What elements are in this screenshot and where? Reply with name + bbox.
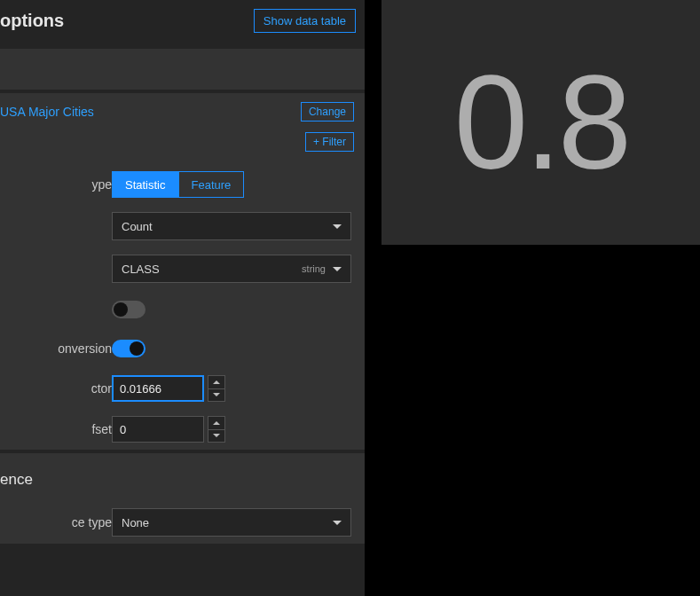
factor-spinner — [112, 375, 225, 402]
value-type-label: ype — [0, 177, 112, 192]
conversion-row: onversion — [0, 329, 365, 368]
chevron-down-icon — [333, 521, 342, 525]
value-type-segmented: Statistic Feature — [112, 171, 244, 198]
chevron-up-icon — [213, 380, 220, 384]
indicator-card: 0.8 — [381, 0, 700, 245]
chevron-down-icon — [333, 267, 342, 271]
conversion-label: onversion — [0, 341, 112, 356]
source-block — [0, 49, 365, 90]
reference-heading-row: ence — [0, 453, 365, 501]
statistic-select-value: Count — [122, 220, 153, 233]
chevron-down-icon — [213, 393, 220, 396]
offset-input[interactable] — [112, 416, 204, 443]
factor-step-down[interactable] — [208, 389, 225, 403]
statistic-row: Count — [0, 205, 365, 247]
offset-row: fset — [0, 409, 365, 450]
field-select-type: string — [302, 263, 333, 274]
panel-header: options Show data table — [0, 0, 365, 49]
layer-block: USA Major Cities Change + Filter ype Sta… — [0, 93, 365, 450]
statistic-select[interactable]: Count — [112, 212, 351, 240]
split-by-toggle[interactable] — [112, 301, 146, 318]
offset-label: fset — [0, 422, 112, 436]
add-filter-button[interactable]: + Filter — [305, 132, 354, 152]
reference-heading: ence — [0, 471, 33, 488]
field-select-value: CLASS — [122, 263, 160, 276]
config-panel: options Show data table USA Major Cities… — [0, 0, 366, 596]
reference-type-select[interactable]: None — [112, 508, 351, 537]
factor-input[interactable] — [112, 375, 204, 402]
split-by-row — [0, 290, 365, 329]
reference-type-label: ce type — [0, 515, 112, 529]
panel-title: options — [0, 11, 64, 31]
value-type-row: ype Statistic Feature — [0, 164, 365, 205]
layer-name-link[interactable]: USA Major Cities — [0, 105, 94, 119]
factor-step-up[interactable] — [208, 375, 225, 389]
field-select[interactable]: CLASS string — [112, 255, 351, 283]
toggle-knob — [114, 302, 128, 317]
toggle-knob — [130, 341, 144, 356]
preview-area: 0.8 — [366, 0, 700, 596]
offset-step-down[interactable] — [208, 430, 225, 443]
factor-label: ctor — [0, 381, 112, 396]
chevron-down-icon — [213, 434, 220, 437]
offset-step-up[interactable] — [208, 416, 225, 430]
change-layer-button[interactable]: Change — [301, 102, 354, 122]
reference-type-value: None — [122, 516, 149, 529]
value-type-feature-button[interactable]: Feature — [178, 172, 244, 197]
reference-block: ence ce type None — [0, 453, 365, 544]
conversion-toggle[interactable] — [112, 340, 146, 357]
indicator-value: 0.8 — [454, 56, 629, 189]
value-type-statistic-button[interactable]: Statistic — [113, 172, 178, 197]
offset-spinner — [112, 416, 225, 443]
factor-row: ctor — [0, 368, 365, 409]
field-row: CLASS string — [0, 247, 365, 290]
reference-type-row: ce type None — [0, 501, 365, 544]
chevron-down-icon — [333, 224, 342, 229]
show-data-table-button[interactable]: Show data table — [254, 9, 356, 33]
chevron-up-icon — [213, 421, 220, 425]
